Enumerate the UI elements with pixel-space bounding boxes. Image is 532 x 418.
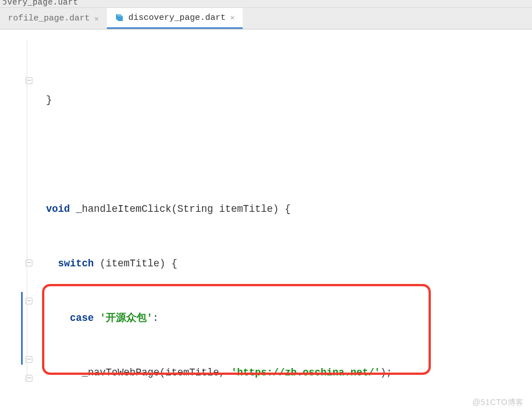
close-icon[interactable]: ✕ <box>230 13 235 22</box>
code-line: _navToWebPage(itemTitle, 'https://zb.osc… <box>34 363 532 382</box>
code-area[interactable]: } void _handleItemClick(String itemTitle… <box>34 30 532 418</box>
code-line <box>34 145 532 164</box>
code-line: case '开源众包': <box>34 309 532 327</box>
gutter <box>0 30 34 418</box>
editor-tabs: rofile_page.dart ✕ discovery_page.dart ✕ <box>0 8 532 30</box>
tab-discovery-page[interactable]: discovery_page.dart ✕ <box>107 8 243 29</box>
breadcrumb-fragment: ɔvery_page.uart <box>0 0 532 8</box>
watermark: @51CTO博客 <box>472 398 524 408</box>
tab-profile-page[interactable]: rofile_page.dart ✕ <box>0 8 107 29</box>
close-icon[interactable]: ✕ <box>94 14 99 23</box>
code-editor[interactable]: } void _handleItemClick(String itemTitle… <box>0 30 532 418</box>
code-line: void _handleItemClick(String itemTitle) … <box>34 200 532 218</box>
dart-file-icon <box>115 13 124 22</box>
change-marker <box>21 292 23 365</box>
code-line: } <box>34 91 532 109</box>
tab-label: discovery_page.dart <box>128 13 226 23</box>
tab-label: rofile_page.dart <box>8 14 90 23</box>
indent-guide <box>27 40 27 381</box>
code-line: switch (itemTitle) { <box>34 254 532 273</box>
